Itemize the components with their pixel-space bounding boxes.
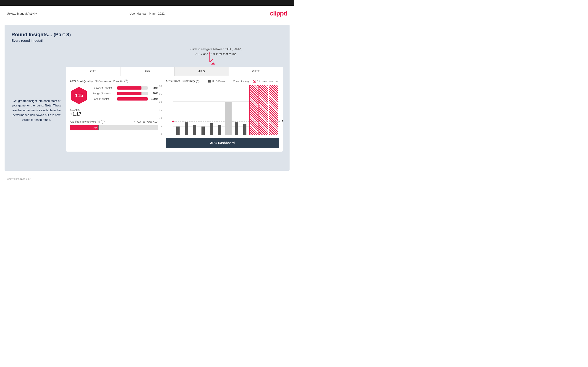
- shot-row-fairway: Fairway (5 shots) 80%: [93, 86, 158, 90]
- chart-bar-2: [185, 122, 188, 135]
- tab-arg[interactable]: ARG: [174, 67, 229, 76]
- rough-fill: [117, 92, 141, 95]
- left-panel: ARG Shot Quality 6ft Conversion Zone % ?…: [66, 76, 162, 152]
- svg-line-1: [210, 59, 213, 62]
- proximity-section: Avg Proximity to Hole (ft) ? ↑ PGA Tour …: [70, 120, 158, 130]
- chart-bar-4: [201, 126, 205, 135]
- chart-title: ARG Shots - Proximity (ft): [166, 80, 199, 83]
- bar-group-4: [199, 85, 207, 135]
- manual-label: User Manual - March 2022: [130, 12, 165, 15]
- chart-wrapper: 30 25 20 15 10 5 0: [166, 85, 279, 135]
- legend-up-down-label: Up & Down: [212, 80, 225, 83]
- left-description: Get greater insight into each facet of y…: [11, 99, 62, 122]
- shot-row-rough: Rough (5 shots) 80%: [93, 92, 158, 95]
- fairway-pct: 80%: [149, 86, 158, 90]
- annotation-arrow: [204, 52, 215, 66]
- chart-bar-8: [235, 122, 238, 135]
- shot-quality-label: ARG Shot Quality: [70, 80, 93, 83]
- right-panel: ARG Shots - Proximity (ft) Up & Down Rou…: [162, 76, 283, 152]
- bar-group-6: [216, 85, 224, 135]
- y-label-0: 0: [159, 133, 162, 135]
- legend-box-dark: [208, 80, 211, 83]
- fairway-bar: [117, 86, 148, 90]
- legend-round-avg-label: Round Average: [233, 80, 250, 83]
- sand-label: Sand (1 shots): [93, 98, 115, 100]
- chart-legend: Up & Down Round Average 6 ft conversion …: [208, 80, 279, 83]
- bar-group-9: [241, 85, 249, 135]
- chart-area: 8: [173, 85, 279, 135]
- chart-bar-12: [269, 85, 278, 135]
- page-subtitle: Every round in detail: [11, 39, 283, 42]
- chart-bar-9: [243, 124, 246, 135]
- tab-bar: OTT APP ARG PUTT: [66, 67, 283, 76]
- chart-bar-11: [259, 85, 268, 135]
- legend-round-avg: Round Average: [227, 80, 250, 83]
- header-divider: [5, 20, 290, 20]
- proximity-info-icon[interactable]: ?: [101, 120, 104, 124]
- clippd-logo: clippd: [270, 10, 287, 17]
- bar-group-1: [174, 85, 182, 135]
- chart-bar-5: [210, 123, 213, 135]
- proximity-label: Avg Proximity to Hole (ft) ?: [70, 120, 104, 124]
- sand-fill: [117, 97, 148, 100]
- tab-putt[interactable]: PUTT: [229, 67, 283, 76]
- y-label-20: 20: [159, 101, 162, 103]
- legend-hatch-box: [253, 80, 256, 83]
- sand-bar: [117, 97, 148, 100]
- panel-header: ARG Shot Quality 6ft Conversion Zone % ?: [70, 80, 158, 83]
- ref-line-value: 8: [282, 119, 283, 122]
- header: Upload Manual Activity User Manual - Mar…: [0, 6, 294, 20]
- chart-bar-7: [225, 102, 232, 135]
- conversion-label: 6ft Conversion Zone %: [95, 80, 122, 83]
- upload-label[interactable]: Upload Manual Activity: [7, 12, 37, 15]
- content-layout: Get greater insight into each facet of y…: [11, 67, 283, 152]
- page-title: Round Insights... (Part 3): [11, 32, 283, 38]
- shot-quality-list: Fairway (5 shots) 80% Rough (5 shots): [93, 86, 158, 103]
- svg-marker-2: [211, 62, 215, 65]
- sg-label: SG ARG: [70, 108, 158, 111]
- card-content: ARG Shot Quality 6ft Conversion Zone % ?…: [66, 76, 283, 152]
- legend-conversion-label: 6 ft conversion zone: [257, 80, 279, 83]
- y-label-10: 10: [159, 117, 162, 119]
- y-axis-labels: 30 25 20 15 10 5 0: [159, 85, 162, 135]
- main-content: Round Insights... (Part 3) Every round i…: [5, 25, 290, 171]
- bars-container: [173, 85, 279, 135]
- copyright: Copyright Clippd 2021: [7, 178, 32, 180]
- proximity-value: 77': [93, 126, 97, 129]
- proximity-bar-container: 77': [70, 125, 158, 130]
- shot-row-sand: Sand (1 shots) 100%: [93, 97, 158, 100]
- bar-group-2: [182, 85, 190, 135]
- fairway-fill: [117, 86, 141, 90]
- y-label-30: 30: [159, 85, 162, 88]
- sand-pct: 100%: [149, 97, 158, 100]
- sg-value: +1.17: [70, 111, 158, 117]
- bar-group-5: [208, 85, 215, 135]
- legend-up-down: Up & Down: [208, 80, 225, 83]
- top-bar: [0, 0, 294, 6]
- proximity-bar-fill: 77': [70, 125, 98, 130]
- y-label-15: 15: [159, 109, 162, 111]
- proximity-cursor: [98, 125, 99, 130]
- legend-conversion: 6 ft conversion zone: [253, 80, 279, 83]
- y-label-5: 5: [159, 125, 162, 127]
- bar-group-11: [259, 85, 268, 135]
- bar-group-12: [269, 85, 278, 135]
- chart-bar-10: [249, 85, 259, 135]
- hex-container: 115 Fairway (5 shots) 80%: [70, 86, 158, 105]
- bar-group-7: [224, 85, 232, 135]
- rough-bar: [117, 92, 148, 95]
- chart-header: ARG Shots - Proximity (ft) Up & Down Rou…: [166, 80, 279, 83]
- sg-section: SG ARG +1.17: [70, 108, 158, 117]
- proximity-header: Avg Proximity to Hole (ft) ? ↑ PGA Tour …: [70, 120, 158, 124]
- info-icon[interactable]: ?: [124, 80, 128, 83]
- tab-ott[interactable]: OTT: [66, 67, 121, 76]
- arg-dashboard-button[interactable]: ARG Dashboard: [166, 138, 279, 148]
- y-label-25: 25: [159, 93, 162, 95]
- fairway-label: Fairway (5 shots): [93, 87, 115, 89]
- tab-app[interactable]: APP: [121, 67, 175, 76]
- rough-label: Rough (5 shots): [93, 92, 115, 95]
- hex-number: 115: [75, 92, 83, 99]
- chart-bar-3: [193, 125, 196, 135]
- rough-pct: 80%: [149, 92, 158, 95]
- footer: Copyright Clippd 2021: [0, 175, 294, 183]
